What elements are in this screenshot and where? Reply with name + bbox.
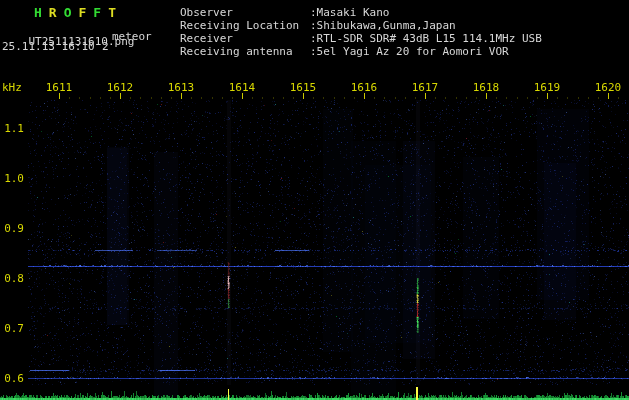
time-tick-label: 1613 xyxy=(167,81,195,94)
time-axis: 1611161216131614161516161617161816191620 xyxy=(0,81,629,93)
time-tick-label: 1619 xyxy=(533,81,561,94)
info-value: :Masaki Kano xyxy=(310,6,389,19)
info-value: :Shibukawa,Gunma,Japan xyxy=(310,19,456,32)
info-row: Receiving Location:Shibukawa,Gunma,Japan xyxy=(180,19,542,32)
time-tick-label: 1618 xyxy=(472,81,500,94)
info-label: Receiver xyxy=(180,32,310,45)
freq-tick-label: 1.0 xyxy=(0,172,24,185)
title-letter: T xyxy=(108,5,123,20)
station-info: Observer:Masaki KanoReceiving Location:S… xyxy=(180,6,542,58)
hrofft-window: HROFFT UT2511131610.png meteor 25.11.13 … xyxy=(0,0,629,400)
time-tick-label: 1612 xyxy=(106,81,134,94)
app-title: HROFFT xyxy=(34,5,123,20)
time-tick-label: 1611 xyxy=(45,81,73,94)
info-row: Receiving antenna:5el Yagi Az 20 for Aom… xyxy=(180,45,542,58)
freq-axis: 1.11.00.90.80.70.6 xyxy=(0,0,24,400)
title-letter: F xyxy=(93,5,108,20)
mode-label: meteor xyxy=(112,30,152,43)
echo-count: 2 xyxy=(102,40,109,53)
title-letter: F xyxy=(78,5,93,20)
freq-tick-label: 0.7 xyxy=(0,322,24,335)
title-letter: H xyxy=(34,5,49,20)
info-label: Receiving antenna xyxy=(180,45,310,58)
info-value: :5el Yagi Az 20 for Aomori VOR xyxy=(310,45,509,58)
title-letter: R xyxy=(49,5,64,20)
freq-tick-label: 1.1 xyxy=(0,122,24,135)
time-tick-label: 1614 xyxy=(228,81,256,94)
info-label: Observer xyxy=(180,6,310,19)
time-tick-label: 1615 xyxy=(289,81,317,94)
info-label: Receiving Location xyxy=(180,19,310,32)
time-tick-label: 1620 xyxy=(594,81,622,94)
freq-tick-label: 0.6 xyxy=(0,372,24,385)
time-tick-label: 1616 xyxy=(350,81,378,94)
info-row: Observer:Masaki Kano xyxy=(180,6,542,19)
title-letter: O xyxy=(64,5,79,20)
freq-tick-label: 0.9 xyxy=(0,222,24,235)
info-row: Receiver:RTL-SDR SDR# 43dB L15 114.1MHz … xyxy=(180,32,542,45)
info-value: :RTL-SDR SDR# 43dB L15 114.1MHz USB xyxy=(310,32,542,45)
freq-tick-label: 0.8 xyxy=(0,272,24,285)
time-tick-label: 1617 xyxy=(411,81,439,94)
